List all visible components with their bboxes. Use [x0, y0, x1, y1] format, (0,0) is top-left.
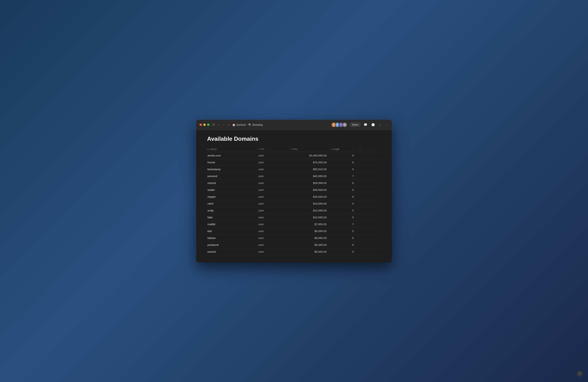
cell-length-4: 6 — [330, 181, 359, 185]
breadcrumb-current[interactable]: Branding — [252, 123, 263, 126]
table-row[interactable]: scaly .com $13,999.00 5 — [207, 207, 381, 214]
table-row[interactable]: resend .com $39,999.00 6 — [207, 180, 381, 187]
close-button[interactable] — [200, 124, 202, 126]
table-row[interactable]: lettr .com $6,999.00 5 — [207, 228, 381, 235]
cell-name-3: presend — [207, 174, 258, 178]
price-col-label: Price — [292, 148, 298, 151]
table-row[interactable]: backstamp .com $50,915.00 9 — [207, 166, 381, 173]
sidebar-toggle-button[interactable]: ☰ — [212, 123, 216, 127]
cell-length-6: 6 — [330, 195, 359, 198]
home-icon: 🏠 — [232, 123, 235, 126]
share-button[interactable]: Share — [350, 122, 360, 127]
cell-tld-13: .com — [258, 243, 290, 246]
cell-name-10: mailbit — [207, 223, 258, 226]
fullscreen-button[interactable] — [207, 124, 210, 126]
titlebar-right: A B C D Share 💬 🕐 ☆ ··· — [331, 122, 388, 127]
cell-tld-7: .com — [258, 202, 290, 205]
breadcrumb-separator: / — [247, 123, 247, 126]
table-row[interactable]: postsend .com $5,495.00 8 — [207, 241, 381, 248]
cell-tld-11: .com — [258, 229, 290, 233]
tld-col-label: TLD — [260, 148, 264, 151]
cell-name-12: tobase — [207, 236, 258, 239]
avatar-group: A B C D — [331, 122, 347, 127]
cell-price-14: $5,000.00 — [290, 250, 330, 253]
cell-price-8: $13,999.00 — [290, 209, 330, 212]
cell-tld-4: .com — [258, 181, 290, 185]
cell-length-13: 8 — [330, 243, 359, 246]
add-column-button[interactable]: + — [359, 148, 370, 151]
cell-name-7: retch — [207, 202, 258, 205]
breadcrumb-home-label[interactable]: General — [236, 123, 246, 126]
cell-name-14: tosend — [207, 250, 258, 253]
col-header-tld: ≡ TLD — [258, 148, 290, 151]
table-row[interactable]: mailbit .com $7,950.00 7 — [207, 221, 381, 228]
cell-price-5: $35,938.00 — [290, 188, 330, 191]
table-row[interactable]: tobase .com $5,695.00 6 — [207, 235, 381, 241]
cell-price-13: $5,495.00 — [290, 243, 330, 246]
price-col-icon: # — [290, 148, 292, 150]
data-table: Aa Name ≡ TLD # Price Σ Length + ··· — [207, 147, 381, 255]
table-row[interactable]: retch .com $19,999.00 5 — [207, 200, 381, 207]
cell-name-1: fromto — [207, 161, 258, 164]
cell-tld-3: .com — [258, 174, 290, 178]
cell-name-6: zepper — [207, 195, 258, 198]
cell-price-3: $45,999.00 — [290, 174, 330, 178]
cell-length-7: 5 — [330, 202, 359, 205]
cell-name-0: sendo.com — [207, 154, 258, 157]
table-row[interactable]: presend .com $45,999.00 7 — [207, 173, 381, 180]
star-icon[interactable]: ☆ — [378, 122, 382, 127]
cell-price-0: $3,499,995.00 — [290, 154, 330, 157]
table-row[interactable]: tosend .com $5,000.00 6 — [207, 248, 381, 255]
column-more-button[interactable]: ··· — [370, 148, 377, 151]
help-button[interactable]: ? — [577, 371, 583, 377]
table-header: Aa Name ≡ TLD # Price Σ Length + ··· — [207, 147, 381, 152]
cell-length-9: 5 — [330, 216, 359, 219]
breadcrumb: 🏠 General / 🔍 Branding — [232, 123, 329, 126]
cell-length-10: 7 — [330, 223, 359, 226]
traffic-lights — [200, 124, 210, 126]
length-col-label: Length — [332, 148, 340, 151]
table-body: sendo.com .com $3,499,995.00 9 fromto .c… — [207, 152, 381, 255]
content-area: Available Domains Aa Name ≡ TLD # Price … — [196, 130, 392, 263]
table-row[interactable]: fatto .com $10,999.00 5 — [207, 214, 381, 221]
col-header-name: Aa Name — [207, 148, 258, 151]
cell-name-8: scaly — [207, 209, 258, 212]
cell-price-7: $19,999.00 — [290, 202, 330, 205]
table-row[interactable]: zepper .com $30,000.00 6 — [207, 193, 381, 200]
cell-length-1: 6 — [330, 161, 359, 164]
history-icon[interactable]: 🕐 — [371, 122, 376, 127]
cell-name-11: lettr — [207, 229, 258, 233]
chat-icon[interactable]: 💬 — [363, 122, 368, 127]
table-row[interactable]: sendo.com .com $3,499,995.00 9 — [207, 152, 381, 159]
cell-length-8: 5 — [330, 209, 359, 212]
cell-name-9: fatto — [207, 216, 258, 219]
name-col-label: Name — [210, 148, 217, 151]
avatar-4: D — [342, 122, 347, 127]
cell-price-10: $7,950.00 — [290, 223, 330, 226]
forward-button[interactable]: › — [222, 123, 225, 127]
cell-length-14: 6 — [330, 250, 359, 253]
minimize-button[interactable] — [203, 124, 206, 126]
cell-length-3: 7 — [330, 174, 359, 178]
app-window: ☰ ‹ › + 🏠 General / 🔍 Branding A B C D S… — [196, 120, 392, 263]
table-row[interactable]: fromto .com $75,000.00 6 — [207, 159, 381, 166]
cell-price-12: $5,695.00 — [290, 236, 330, 239]
cell-price-11: $6,999.00 — [290, 229, 330, 233]
cell-name-5: sealer — [207, 188, 258, 191]
titlebar: ☰ ‹ › + 🏠 General / 🔍 Branding A B C D S… — [196, 120, 392, 130]
cell-tld-14: .com — [258, 250, 290, 253]
cell-tld-10: .com — [258, 223, 290, 226]
more-options-icon[interactable]: ··· — [385, 122, 388, 127]
cell-price-4: $39,999.00 — [290, 181, 330, 185]
cell-price-9: $10,999.00 — [290, 216, 330, 219]
cell-tld-2: .com — [258, 168, 290, 171]
cell-tld-1: .com — [258, 161, 290, 164]
new-page-button[interactable]: + — [227, 123, 230, 127]
cell-price-2: $50,915.00 — [290, 168, 330, 171]
cell-name-2: backstamp — [207, 168, 258, 171]
back-button[interactable]: ‹ — [218, 123, 220, 127]
cell-length-5: 6 — [330, 188, 359, 191]
cell-name-4: resend — [207, 181, 258, 185]
cell-length-12: 6 — [330, 236, 359, 239]
table-row[interactable]: sealer .com $35,938.00 6 — [207, 187, 381, 193]
